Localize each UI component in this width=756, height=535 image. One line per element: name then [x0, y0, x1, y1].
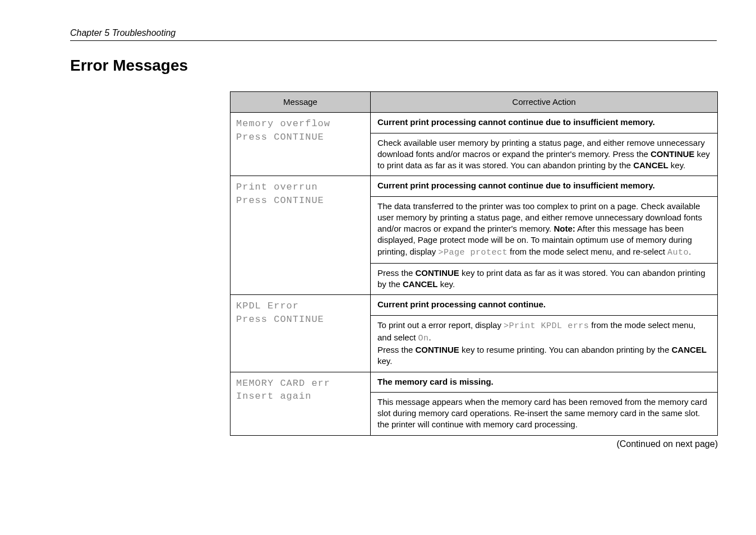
action-body: Press the CONTINUE key to print data as … [371, 263, 717, 295]
chapter-header: Chapter 5 Troubleshooting [70, 28, 717, 38]
body-text: . [429, 333, 431, 342]
lcd-line: Press CONTINUE [236, 132, 324, 142]
action-heading: Current print processing cannot continue… [371, 295, 717, 315]
body-text: key to resume printing. You can abandon … [459, 345, 672, 354]
lcd-line: Memory overflow [236, 118, 330, 129]
body-text: This message appears when the memory car… [377, 397, 707, 430]
lcd-line: Print overrun [236, 182, 318, 192]
key-name: CANCEL [671, 345, 707, 354]
body-text: key. [669, 160, 686, 170]
action-body: This message appears when the memory car… [371, 392, 717, 435]
key-name: CANCEL [403, 279, 438, 289]
action-cell: Current print processing cannot continue… [371, 113, 718, 176]
body-text: Press the [377, 345, 416, 354]
body-text: key. [438, 279, 455, 289]
action-heading: Current print processing cannot continue… [371, 113, 717, 132]
error-messages-table: Message Corrective Action Memory overflo… [230, 91, 718, 436]
message-cell: MEMORY CARD err Insert again [231, 372, 371, 435]
body-text: To print out a error report, display [377, 320, 504, 330]
action-body: Check available user memory by printing … [371, 133, 717, 176]
lcd-line: Insert again [236, 391, 311, 402]
col-header-action: Corrective Action [371, 92, 718, 113]
header-rule [70, 40, 717, 41]
heading-text: The memory card is missing. [377, 377, 494, 386]
lcd-line: MEMORY CARD err [236, 378, 330, 389]
heading-text: Current print processing cannot continue… [377, 181, 655, 190]
heading-text: Current print processing cannot continue… [377, 299, 546, 309]
heading-text: Current print processing cannot continue… [377, 117, 655, 127]
key-name: CONTINUE [416, 345, 459, 354]
key-name: CONTINUE [651, 149, 694, 159]
action-heading: Current print processing cannot continue… [371, 176, 717, 196]
section-title: Error Messages [70, 57, 717, 75]
lcd-inline: >Print KPDL errs [504, 321, 589, 331]
action-cell: The memory card is missing. This message… [371, 372, 718, 435]
body-text: Press the [377, 268, 416, 278]
body-text: . [689, 247, 691, 256]
table-row: Print overrun Press CONTINUE Current pri… [231, 176, 718, 295]
lcd-line: KPDL Error [236, 301, 299, 311]
key-name: CONTINUE [416, 268, 459, 278]
note-label: Note: [554, 224, 575, 233]
lcd-line: Press CONTINUE [236, 314, 324, 325]
action-cell: Current print processing cannot continue… [371, 176, 718, 295]
lcd-inline: On [418, 334, 429, 343]
key-name: CANCEL [633, 160, 669, 170]
table-header-row: Message Corrective Action [231, 92, 718, 113]
lcd-inline: >Page protect [438, 248, 508, 257]
action-body: The data transferred to the printer was … [371, 196, 717, 263]
action-heading: The memory card is missing. [371, 372, 717, 392]
continued-note: (Continued on next page) [230, 439, 718, 449]
action-cell: Current print processing cannot continue… [371, 295, 718, 372]
message-cell: Print overrun Press CONTINUE [231, 176, 371, 295]
lcd-line: Press CONTINUE [236, 195, 324, 206]
table-row: Memory overflow Press CONTINUE Current p… [231, 113, 718, 176]
message-cell: KPDL Error Press CONTINUE [231, 295, 371, 372]
table-row: MEMORY CARD err Insert again The memory … [231, 372, 718, 435]
lcd-inline: Auto [667, 248, 689, 257]
body-text: key. [377, 356, 392, 366]
col-header-message: Message [231, 92, 371, 113]
message-cell: Memory overflow Press CONTINUE [231, 113, 371, 176]
table-row: KPDL Error Press CONTINUE Current print … [231, 295, 718, 372]
action-body: To print out a error report, display >Pr… [371, 315, 717, 372]
body-text: from the mode select menu, and re-select [508, 247, 667, 256]
